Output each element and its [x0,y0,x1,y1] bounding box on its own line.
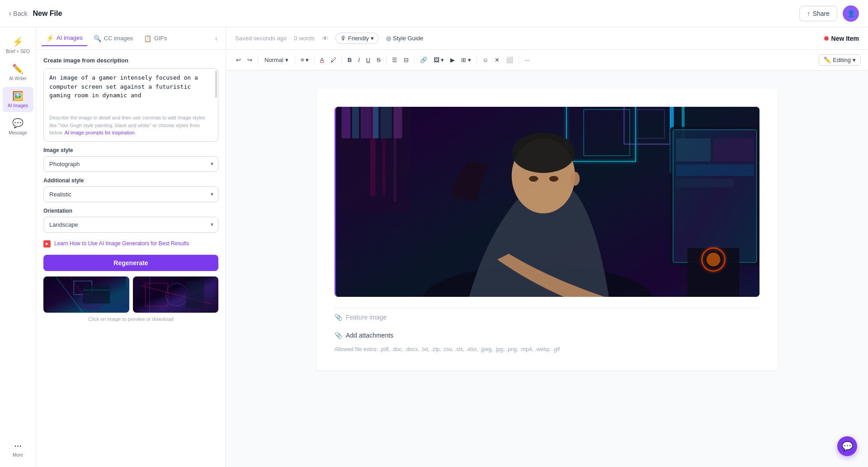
sidebar-item-label: AI Images [8,103,28,109]
ai-writer-icon: ✏️ [12,63,24,74]
youtube-icon: ▶ [43,240,51,248]
toolbar-divider [295,56,295,65]
tab-label: AI images [57,34,83,41]
sidebar-item-ai-images[interactable]: 🖼️ AI Images [3,87,33,112]
editor-inner[interactable]: 📎 Feature image 📎 Add attachments Allowe… [316,89,778,371]
inspiration-link[interactable]: AI image prompts for inspiration [65,130,135,135]
undo-button[interactable]: ↩ [233,55,244,65]
tone-selector[interactable]: 🎙 Friendly ▾ [335,33,379,44]
panel-collapse-button[interactable]: ‹ [212,32,220,45]
sidebar-item-brief-seo[interactable]: ⚡ Brief + SEO [3,33,33,58]
avatar[interactable]: 👤 [843,5,859,22]
tab-label: CC images [104,35,133,42]
image-style-label: Image style [43,147,218,153]
svg-rect-26 [361,107,371,138]
bullet-list-button[interactable]: ☰ [389,55,400,65]
highlight-button[interactable]: 🖊 [328,55,339,65]
thumbnail-image-2 [133,276,219,313]
file-title: New File [33,10,62,18]
avatar-initials: 👤 [847,10,855,17]
header-left: ‹ Back New File [9,10,62,18]
chevron-down-icon: ▾ [371,35,374,42]
regenerate-button[interactable]: Regenerate [43,255,218,271]
learn-link[interactable]: ▶ Learn How to Use AI Image Generators f… [43,240,218,248]
link-button[interactable]: 🔗 [417,55,430,65]
image-style-select[interactable]: Photograph Digital Art Oil Painting Wate… [44,157,218,172]
play-button[interactable]: ▶ [448,55,458,65]
toolbar-divider [258,56,258,65]
tab-cc-images[interactable]: 🔍 CC images [89,31,137,46]
strikethrough-button[interactable]: S [374,55,383,65]
image-style-select-wrapper: Photograph Digital Art Oil Painting Wate… [43,156,218,172]
new-item-button[interactable]: New Item [824,35,859,42]
visibility-icon[interactable]: 👁 [322,35,328,42]
style-guide-label: Style Guide [393,35,423,42]
redo-button[interactable]: ↪ [245,55,255,65]
sidebar-item-label: Message [9,130,27,136]
clear-format-button[interactable]: ✕ [492,55,502,65]
sidebar-item-more[interactable]: ··· More [3,437,33,462]
chat-bubble[interactable]: 💬 [837,436,857,456]
thumbnail-image-1 [43,276,129,313]
description-hint: Describe the image in detail and then us… [44,111,218,141]
sidebar-item-ai-writer[interactable]: ✏️ AI Writer [3,60,33,85]
svg-point-43 [529,176,538,182]
chevron-down-icon: ▾ [285,57,288,63]
bold-button[interactable]: B [345,55,354,65]
thumbnail-2[interactable] [133,276,219,313]
text-color-button[interactable]: A [317,55,327,65]
attachments-hint: Allowed file extns: .pdf, .doc, .docx, .… [335,346,760,353]
format-toolbar: ↩ ↪ Normal ▾ ≡ ▾ A 🖊 B I U S ☰ ⊟ 🔗 🖼 ▾ ▶ [226,50,868,71]
additional-style-select[interactable]: Realistic Abstract Cinematic Vibrant Dar… [44,187,218,202]
thumbnail-1[interactable] [43,276,129,313]
main-image-container [335,107,760,297]
feature-image-section: 📎 Feature image [335,308,760,326]
svg-rect-5 [83,286,110,304]
editor-content: 📎 Feature image 📎 Add attachments Allowe… [226,71,868,467]
mic-icon: 🎙 [340,35,346,42]
description-area: An image of a gamer intensely focused on… [43,68,218,142]
table-button[interactable]: ⊞ ▾ [458,55,474,65]
chat-icon: 💬 [842,441,853,452]
orientation-select-wrapper: Landscape Portrait Square ▾ [43,217,218,233]
style-label: Normal [264,57,283,63]
paperclip-icon: 📎 [335,332,342,339]
tab-ai-images[interactable]: ⚡ AI images [42,31,87,46]
description-input[interactable]: An image of a gamer intensely focused on… [44,69,218,110]
emoji-button[interactable]: ☺ [480,55,491,65]
add-attachments-button[interactable]: 📎 Add attachments [335,326,760,344]
orientation-label: Orientation [43,208,218,214]
extra-button[interactable]: ⬜ [503,55,516,65]
toolbar-divider [314,56,315,65]
create-section-title: Create image from description [43,57,218,64]
ordered-list-button[interactable]: ⊟ [401,55,411,65]
style-guide-button[interactable]: ◎ Style Guide [386,35,423,42]
add-attachments-label: Add attachments [346,332,393,339]
sidebar-item-message[interactable]: 💬 Message [3,114,33,139]
orientation-select[interactable]: Landscape Portrait Square [44,217,218,232]
tone-label: Friendly [348,35,369,42]
svg-rect-35 [676,164,754,176]
back-label: Back [13,10,27,17]
panel-tabs: ⚡ AI images 🔍 CC images 📋 GIFs ‹ [36,27,226,50]
word-count: 0 words [294,35,315,42]
sidebar-item-label: Brief + SEO [6,49,30,54]
more-icon: ··· [14,440,22,451]
align-button[interactable]: ≡ ▾ [298,55,311,65]
svg-rect-29 [393,107,402,138]
editing-mode-button[interactable]: ✏️ Editing ▾ [819,54,861,66]
italic-button[interactable]: I [355,55,363,65]
back-icon: ‹ [9,10,11,18]
share-button[interactable]: ↑ Share [799,6,837,21]
tab-gifs[interactable]: 📋 GIFs [139,31,171,46]
back-button[interactable]: ‹ Back [9,10,27,18]
paragraph-style-select[interactable]: Normal ▾ [261,55,292,65]
lightning-icon: ⚡ [46,34,54,42]
image-button[interactable]: 🖼 ▾ [431,55,447,65]
sidebar-item-label: AI Writer [9,76,27,81]
new-item-label: New Item [831,35,859,42]
more-options-button[interactable]: ··· [522,55,532,65]
learn-link-text[interactable]: Learn How to Use AI Image Generators for… [54,240,189,248]
underline-button[interactable]: U [363,55,373,65]
svg-rect-27 [373,107,379,138]
